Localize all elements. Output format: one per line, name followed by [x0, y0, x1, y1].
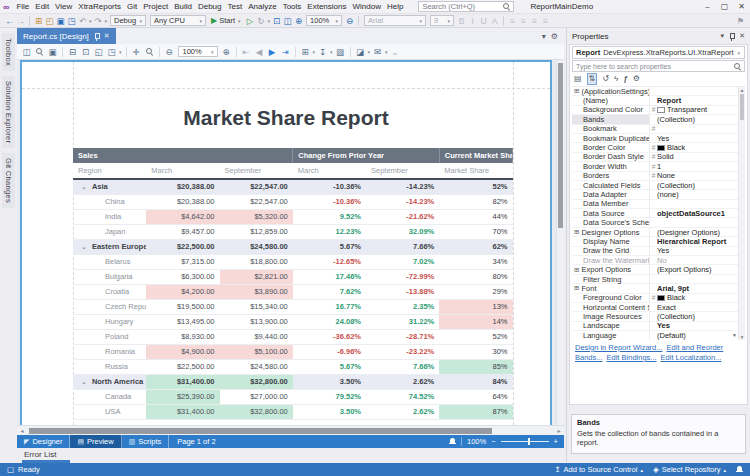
property-row-language[interactable]: Language(Default)▼ [572, 331, 745, 340]
run-without-debug-icon[interactable]: ▷ [245, 15, 256, 27]
object-selector[interactable]: Report DevExpress.XtraReports.UI.XtraRep… [572, 46, 745, 59]
methods-icon[interactable]: ƒ [623, 74, 627, 84]
horizontal-scrollbar-thumb[interactable] [29, 428, 492, 434]
property-row-data-source-s-schema[interactable]: Data Source's Schema [572, 218, 745, 227]
first-page-icon[interactable]: ⇤ [240, 45, 253, 58]
document-list-icon[interactable]: ▾ [542, 32, 546, 41]
property-grid-scrollbar[interactable]: ▲ ▼ [738, 87, 745, 340]
settings-wrench-icon[interactable]: ⚙ [633, 74, 640, 84]
menu-analyze[interactable]: Analyze [245, 2, 279, 11]
property-row-display-name[interactable]: Display NameHierarchical Report [572, 237, 745, 246]
events-icon[interactable]: ϟ [614, 74, 618, 84]
prev-page-icon[interactable]: ◀ [253, 45, 266, 58]
property-row-designer-options[interactable]: ⊞Designer Options(Designer Options) [572, 228, 745, 237]
hot-reload-icon[interactable]: ↻ [256, 15, 267, 27]
bold-icon[interactable]: B [456, 15, 467, 27]
dropdown-caret-icon[interactable]: ▾ [313, 49, 316, 55]
zoom-lens-icon[interactable]: ⊖ [344, 15, 355, 27]
email-icon[interactable]: ✉ [371, 45, 384, 58]
property-row-bookmark[interactable]: Bookmark# [572, 125, 745, 134]
tab-designer[interactable]: ◤Designer [17, 435, 70, 448]
horizontal-scrollbar[interactable]: ◂ ▸ [17, 425, 564, 435]
collapse-chevron-icon[interactable]: ⌄ [81, 243, 87, 250]
maximize-button[interactable]: ▢ [716, 2, 733, 11]
tab-preview[interactable]: ▤Preview [70, 435, 121, 448]
align-center-icon[interactable]: ≡ [518, 15, 529, 27]
dropdown-caret-icon[interactable]: ▾ [385, 49, 388, 55]
magnifier-icon[interactable] [143, 45, 156, 58]
dropdown-caret-icon[interactable]: ▾ [330, 49, 333, 55]
property-row-data-member[interactable]: Data Member [572, 200, 745, 209]
property-row-applicationsettings[interactable]: ⊞(ApplicationSettings) [572, 87, 745, 96]
property-row-border-width[interactable]: Border Width#1 [572, 162, 745, 171]
zoom-in-slider-icon[interactable]: + [554, 437, 558, 446]
property-row-horizontal-content-splitt[interactable]: Horizontal Content SplittExact [572, 303, 745, 312]
multi-page-icon[interactable]: ⊞ [299, 45, 312, 58]
page-color-icon[interactable]: ▨ [334, 45, 347, 58]
menu-debug[interactable]: Debug [195, 2, 225, 11]
align-justify-icon[interactable]: ≡ [540, 15, 551, 27]
menu-test[interactable]: Test [225, 2, 246, 11]
dropdown-caret-icon[interactable]: ▾ [368, 49, 371, 55]
scroll-right-icon[interactable]: ▸ [554, 427, 564, 434]
menu-tools[interactable]: Tools [280, 2, 305, 11]
scroll-down-icon[interactable]: ▼ [739, 334, 745, 340]
property-row-landscape[interactable]: LandscapeYes [572, 322, 745, 331]
undo-icon[interactable]: ↶ [77, 15, 88, 27]
zoom-in-preview-icon[interactable]: ⊕ [220, 45, 233, 58]
font-name-select[interactable]: Arial▾ [364, 15, 426, 26]
font-color-icon[interactable]: A [489, 15, 500, 27]
underline-icon[interactable]: U [478, 15, 489, 27]
editor-gear-icon[interactable]: ⚙ [551, 32, 558, 41]
align-left-icon[interactable]: ≡ [507, 15, 518, 27]
properties-search-box[interactable]: Type here to search properties [572, 60, 745, 72]
hand-tool-icon[interactable]: ✛ [130, 45, 143, 58]
property-row-border-color[interactable]: Border Color#Black [572, 143, 745, 152]
collapse-chevron-icon[interactable]: ⌄ [81, 378, 87, 385]
document-map-icon[interactable]: ◫ [20, 45, 33, 58]
italic-icon[interactable]: I [467, 15, 478, 27]
menu-xtrareports[interactable]: XtraReports [75, 2, 124, 11]
menu-help[interactable]: Help [384, 2, 406, 11]
property-row-image-resources[interactable]: Image Resources(Collection) [572, 312, 745, 321]
redo-icon[interactable]: ↷ [93, 15, 104, 27]
last-page-icon[interactable]: ⇥ [279, 45, 292, 58]
categorized-icon[interactable]: ▤ [574, 74, 582, 84]
property-row-draw-the-grid[interactable]: Draw the GridYes [572, 247, 745, 256]
menu-window[interactable]: Window [349, 2, 383, 11]
sidebar-tab-git-changes[interactable]: Git Changes [2, 153, 15, 208]
property-row-bookmark-duplicate-sup[interactable]: Bookmark Duplicate SupYes [572, 134, 745, 143]
minimize-button[interactable]: – [699, 2, 716, 11]
document-tab[interactable]: Report.cs [Design] ✕ [17, 28, 116, 44]
close-button[interactable]: ✕ [733, 2, 750, 11]
property-row-name[interactable]: (Name)Report [572, 96, 745, 105]
feedback-icon[interactable]: ⚑ [735, 15, 746, 27]
next-page-icon[interactable]: ▶ [266, 45, 279, 58]
menu-file[interactable]: File [13, 2, 32, 11]
expander-icon[interactable]: ⊞ [574, 228, 579, 236]
menu-edit[interactable]: Edit [32, 2, 52, 11]
search-box[interactable]: Search (Ctrl+Q) [418, 1, 514, 12]
vertical-scrollbar-thumb[interactable] [558, 63, 563, 228]
editor-zoom-select[interactable]: 100%▾ [306, 15, 342, 26]
export-icon[interactable]: ↧ [316, 45, 329, 58]
live-share-icon[interactable]: ◫ [282, 15, 293, 27]
preview-zoom-select[interactable]: 100%▾ [178, 46, 218, 57]
dropdown-caret-icon[interactable]: ▾ [105, 18, 108, 24]
start-debugging-button[interactable]: ▶Start▾ [211, 16, 242, 25]
align-right-icon[interactable]: ≡ [529, 15, 540, 27]
solution-name[interactable]: ReportMainDemo [526, 2, 597, 11]
link-edit-localization[interactable]: Edit Localization... [661, 353, 722, 362]
save-icon[interactable]: ▣ [55, 15, 66, 27]
sidebar-tab-toolbox[interactable]: Toolbox [2, 33, 15, 71]
scroll-up-icon[interactable]: ▲ [739, 87, 745, 93]
tab-close-icon[interactable]: ✕ [104, 32, 110, 40]
watermark-icon[interactable]: ◪ [354, 45, 367, 58]
print-options-icon[interactable]: ◱ [92, 45, 105, 58]
property-pages-icon[interactable]: ↺ [602, 74, 609, 84]
menu-extensions[interactable]: Extensions [304, 2, 349, 11]
property-row-draw-the-watermark[interactable]: Draw the WatermarkNo [572, 256, 745, 265]
tab-scripts[interactable]: ▥Scripts [122, 435, 170, 448]
select-repository-button[interactable]: ◈ Select Repository ▴ [653, 465, 726, 474]
auto-hide-pin-icon[interactable] [728, 32, 735, 41]
